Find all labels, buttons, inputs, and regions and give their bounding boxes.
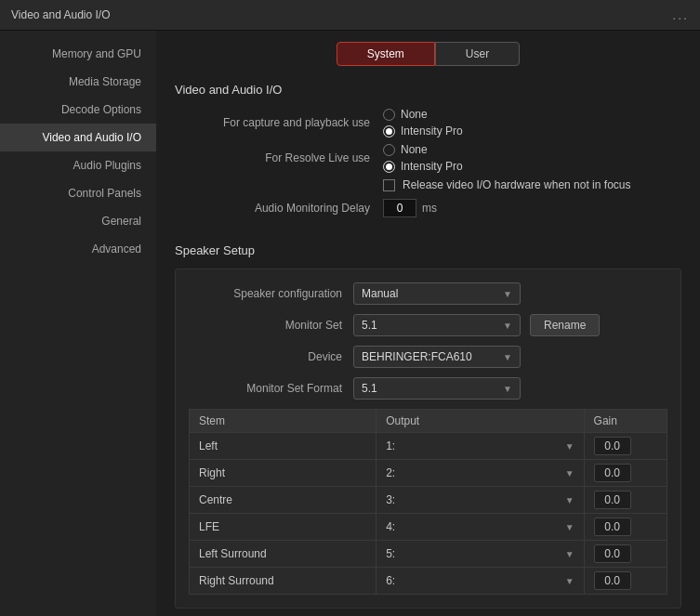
th-output: Output	[376, 410, 584, 433]
sidebar-item-video-audio-io[interactable]: Video and Audio I/O	[0, 124, 156, 151]
speaker-config-row-2: DeviceBEHRINGER:FCA610▼	[189, 346, 667, 368]
chevron-down-icon: ▼	[503, 289, 512, 299]
capture-none-option[interactable]: None	[383, 108, 463, 121]
speaker-section: Speaker Setup Speaker configurationManua…	[156, 234, 700, 616]
output-value-0: 1:	[386, 439, 395, 452]
capture-playback-row: For capture and playback use None Intens…	[175, 108, 681, 138]
gain-cell-4: 0.0	[584, 541, 667, 568]
live-none-radio[interactable]	[383, 144, 395, 156]
sidebar-item-control-panels[interactable]: Control Panels	[0, 179, 156, 207]
section-title: Video and Audio I/O	[175, 83, 681, 97]
speaker-row-label-2: Device	[189, 350, 342, 363]
table-row: Left1:▼0.0	[190, 433, 667, 460]
gain-cell-2: 0.0	[584, 487, 667, 514]
capture-intensity-option[interactable]: Intensity Pro	[383, 125, 463, 138]
resolve-live-radio-group: None Intensity Pro	[383, 143, 463, 173]
speaker-row-label-1: Monitor Set	[189, 319, 342, 332]
tab-user[interactable]: User	[435, 42, 520, 66]
capture-intensity-radio[interactable]	[383, 125, 395, 138]
speaker-select-3[interactable]: 5.1▼	[353, 377, 521, 400]
speaker-config-row-3: Monitor Set Format5.1▼	[189, 377, 667, 400]
output-value-5: 6:	[386, 574, 395, 587]
chevron-down-icon: ▼	[565, 495, 575, 505]
chevron-down-icon: ▼	[503, 352, 512, 362]
stem-table-body: Left1:▼0.0Right2:▼0.0Centre3:▼0.0LFE4:▼0…	[190, 433, 667, 595]
main-layout: Memory and GPUMedia StorageDecode Option…	[0, 31, 700, 616]
chevron-down-icon: ▼	[503, 384, 512, 394]
chevron-down-icon: ▼	[565, 441, 575, 452]
table-row: Left Surround5:▼0.0	[190, 541, 667, 568]
gain-value-4: 0.0	[594, 544, 631, 563]
stem-cell-3: LFE	[190, 514, 376, 541]
th-stem: Stem	[190, 410, 376, 433]
stem-cell-1: Right	[190, 460, 376, 487]
stem-cell-5: Right Surround	[190, 568, 376, 595]
capture-none-radio[interactable]	[383, 109, 395, 121]
gain-cell-0: 0.0	[584, 433, 667, 460]
stem-cell-2: Centre	[190, 487, 376, 514]
output-cell-2[interactable]: 3:▼	[376, 487, 584, 514]
table-row: Centre3:▼0.0	[190, 487, 667, 514]
gain-cell-1: 0.0	[584, 460, 667, 487]
output-cell-5[interactable]: 6:▼	[376, 568, 584, 595]
output-cell-3[interactable]: 4:▼	[376, 514, 584, 541]
live-none-option[interactable]: None	[383, 143, 463, 156]
speaker-row-label-3: Monitor Set Format	[189, 382, 342, 395]
tab-system[interactable]: System	[337, 42, 435, 66]
sidebar: Memory and GPUMedia StorageDecode Option…	[0, 31, 156, 616]
live-intensity-option[interactable]: Intensity Pro	[383, 160, 463, 173]
sidebar-item-media-storage[interactable]: Media Storage	[0, 68, 156, 96]
speaker-rows: Speaker configurationManual▼Monitor Set5…	[189, 282, 667, 400]
title-bar: Video and Audio I/O ...	[0, 0, 700, 31]
window-menu-dots[interactable]: ...	[672, 7, 689, 22]
sidebar-item-advanced[interactable]: Advanced	[0, 235, 156, 263]
gain-value-3: 0.0	[594, 518, 631, 536]
output-value-2: 3:	[386, 493, 395, 506]
live-none-label: None	[401, 143, 428, 156]
output-cell-1[interactable]: 2:▼	[376, 460, 584, 487]
chevron-down-icon: ▼	[565, 549, 575, 559]
stem-table: Stem Output Gain Left1:▼0.0Right2:▼0.0Ce…	[189, 409, 667, 595]
live-intensity-radio[interactable]	[383, 161, 395, 173]
speaker-select-value-3: 5.1	[362, 382, 377, 395]
chevron-down-icon: ▼	[565, 468, 575, 478]
stem-cell-0: Left	[190, 433, 376, 460]
capture-none-label: None	[401, 108, 428, 121]
audio-monitoring-input[interactable]	[383, 199, 416, 217]
chevron-down-icon: ▼	[565, 522, 575, 532]
resolve-live-label: For Resolve Live use	[184, 151, 370, 164]
gain-value-1: 0.0	[594, 464, 631, 482]
sidebar-item-general[interactable]: General	[0, 207, 156, 235]
speaker-config-row-1: Monitor Set5.1▼Rename	[189, 314, 667, 336]
tabs-container: System User	[156, 31, 700, 73]
live-intensity-label: Intensity Pro	[401, 160, 463, 173]
sidebar-item-decode-options[interactable]: Decode Options	[0, 96, 156, 124]
window-title: Video and Audio I/O	[11, 8, 111, 21]
speaker-select-2[interactable]: BEHRINGER:FCA610▼	[353, 346, 521, 368]
chevron-down-icon: ▼	[503, 321, 512, 331]
sidebar-item-memory-gpu[interactable]: Memory and GPU	[0, 40, 156, 68]
output-cell-4[interactable]: 5:▼	[376, 541, 584, 568]
output-cell-0[interactable]: 1:▼	[376, 433, 584, 460]
audio-monitoring-row: Audio Monitoring Delay ms	[175, 199, 681, 217]
rename-button[interactable]: Rename	[530, 314, 600, 336]
table-row: Right Surround6:▼0.0	[190, 568, 667, 595]
speaker-title: Speaker Setup	[175, 243, 681, 257]
resolve-live-row: For Resolve Live use None Intensity Pro	[175, 143, 681, 173]
th-gain: Gain	[584, 410, 667, 433]
speaker-panel: Speaker configurationManual▼Monitor Set5…	[175, 269, 681, 609]
speaker-config-row-0: Speaker configurationManual▼	[189, 282, 667, 305]
table-row: Right2:▼0.0	[190, 460, 667, 487]
stem-cell-4: Left Surround	[190, 541, 376, 568]
audio-monitoring-label: Audio Monitoring Delay	[184, 202, 370, 215]
release-hardware-checkbox[interactable]	[383, 179, 395, 191]
vio-section: Video and Audio I/O For capture and play…	[156, 73, 700, 234]
speaker-select-1[interactable]: 5.1▼	[353, 314, 521, 336]
release-hardware-label: Release video I/O hardware when not in f…	[403, 178, 630, 191]
gain-value-2: 0.0	[594, 491, 631, 509]
output-value-4: 5:	[386, 547, 395, 560]
speaker-select-value-0: Manual	[362, 287, 398, 300]
speaker-select-0[interactable]: Manual▼	[353, 282, 521, 305]
capture-label: For capture and playback use	[184, 116, 370, 129]
sidebar-item-audio-plugins[interactable]: Audio Plugins	[0, 151, 156, 179]
